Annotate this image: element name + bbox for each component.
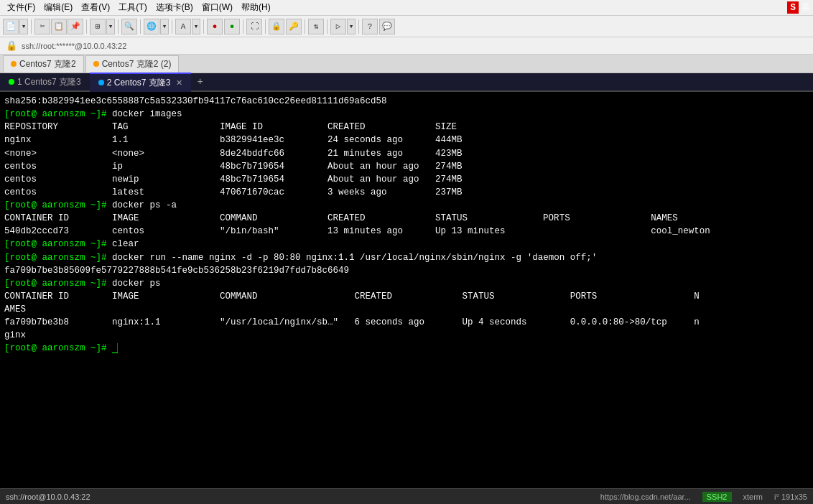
cmd1-line: [root@ aaronszm ~]# docker images xyxy=(4,108,809,121)
tab2-clone3-1[interactable]: 1 Centos7 克隆3 xyxy=(0,73,90,91)
toolbar-sep-2 xyxy=(86,19,87,34)
toolbar-sep-4 xyxy=(140,19,141,34)
cmd5-line: [root@ aaronszm ~]# docker ps xyxy=(4,277,809,290)
ps2-col2: AMES xyxy=(4,303,809,316)
lock-icon: 🔒 xyxy=(6,40,17,52)
cmd4-line: [root@ aaronszm ~]# docker run --name ng… xyxy=(4,251,809,264)
terminal[interactable]: sha256:b3829941ee3c6558887c5a532330fb941… xyxy=(0,92,813,488)
img-row-0: nginx 1.1 b3829941ee3c 24 seconds ago 44… xyxy=(4,134,809,146)
cmd2-line: [root@ aaronszm ~]# docker ps -a xyxy=(4,199,809,212)
toolbar-sep-3 xyxy=(118,19,119,34)
ps2-header: CONTAINER ID IMAGE COMMAND CREATED STATU… xyxy=(4,290,809,303)
menu-window[interactable]: 窗口(W) xyxy=(198,0,237,15)
toolbar-send-dropdown[interactable]: ▾ xyxy=(347,19,356,34)
toolbar-group-new: 📄 ▾ xyxy=(3,19,28,34)
toolbar-send-btn[interactable]: ▷ xyxy=(330,19,346,34)
tabs1: Centos7 克隆2 Centos7 克隆2 (2) xyxy=(0,55,813,73)
tab1-centos-clone2[interactable]: Centos7 克隆2 xyxy=(3,55,84,73)
toolbar-transfer-btn[interactable]: ⇅ xyxy=(308,19,324,34)
images-header: REPOSITORY TAG IMAGE ID CREATED SIZE xyxy=(4,121,809,134)
menubar: 文件(F) 编辑(E) 查看(V) 工具(T) 选项卡(B) 窗口(W) 帮助(… xyxy=(0,0,813,16)
toolbar-search-btn[interactable]: 🔍 xyxy=(121,19,137,34)
status-url: https://blog.csdn.net/aar... xyxy=(600,493,691,501)
tab2-dot-2 xyxy=(98,80,104,85)
status-size: i° 191x35 xyxy=(774,493,807,501)
toolbar-group-conn: 🌐 ▾ xyxy=(144,19,169,34)
cmd3-line: [root@ aaronszm ~]# clear xyxy=(4,238,809,251)
tab1-dot-1 xyxy=(11,61,17,67)
toolbar-sep-9 xyxy=(305,19,305,34)
tab2-dot-1 xyxy=(9,79,14,85)
toolbar-group-font: A ▾ xyxy=(175,19,200,34)
tab1-label-2: Centos7 克隆2 (2) xyxy=(102,58,172,70)
logo-text: 英 xyxy=(802,1,810,14)
toolbar-font-btn[interactable]: A xyxy=(175,19,191,34)
toolbar-help-btn[interactable]: ? xyxy=(362,19,378,34)
menu-help[interactable]: 帮助(H) xyxy=(237,0,275,15)
prompt-line: [root@ aaronszm ~]# █ xyxy=(4,342,809,355)
toolbar-copy-btn[interactable]: 📋 xyxy=(51,19,67,34)
tab1-dot-2 xyxy=(93,61,99,67)
toolbar-sep-6 xyxy=(203,19,204,34)
img-row-1: <none> <none> 8de24bddfc66 21 minutes ag… xyxy=(4,147,809,160)
tab-add-btn[interactable]: + xyxy=(191,73,208,90)
status-xterm: xterm xyxy=(743,493,763,501)
ps-header: CONTAINER ID IMAGE COMMAND CREATED STATU… xyxy=(4,212,809,225)
toolbar-chat-btn[interactable]: 💬 xyxy=(379,19,395,34)
status-right: https://blog.csdn.net/aar... SSH2 xterm … xyxy=(600,492,807,502)
addressbar: 🔒 ssh://root:******@10.0.0.43:22 xyxy=(0,37,813,55)
toolbar-sep-8 xyxy=(265,19,266,34)
toolbar-sep-10 xyxy=(327,19,327,34)
toolbar-red-btn[interactable]: ● xyxy=(207,19,223,34)
toolbar-group-nav: ⊞ ▾ xyxy=(90,19,115,34)
ps2-row-0: fa709b7be3b8 nginx:1.1 "/usr/local/nginx… xyxy=(4,316,809,329)
menu-edit[interactable]: 编辑(E) xyxy=(40,0,77,15)
tab2-label-2: 2 Centos7 克隆3 xyxy=(107,77,171,89)
menu-file[interactable]: 文件(F) xyxy=(3,0,40,15)
menu-tabs[interactable]: 选项卡(B) xyxy=(152,0,198,15)
toolbar-sep-7 xyxy=(243,19,243,34)
toolbar-fullscreen-btn[interactable]: ⛶ xyxy=(246,19,262,34)
img-row-3: centos newip 48bc7b719654 About an hour … xyxy=(4,173,809,186)
toolbar-green-btn[interactable]: ● xyxy=(224,19,240,34)
toolbar-lock-btn[interactable]: 🔒 xyxy=(269,19,284,34)
tab2-clone3-2[interactable]: 2 Centos7 克隆3 ✕ xyxy=(90,73,192,92)
toolbar-cut-btn[interactable]: ✂ xyxy=(34,19,50,34)
menu-view[interactable]: 查看(V) xyxy=(77,0,114,15)
img-row-2: centos ip 48bc7b719654 About an hour ago… xyxy=(4,160,809,173)
toolbar-new-btn[interactable]: 📄 xyxy=(3,19,19,34)
tabs2: 1 Centos7 克隆3 2 Centos7 克隆3 ✕ + xyxy=(0,73,813,92)
toolbar-globe-dropdown[interactable]: ▾ xyxy=(160,19,169,34)
toolbar-sep-11 xyxy=(358,19,359,34)
logo: S 英 xyxy=(787,1,810,14)
ps2-row-1: ginx xyxy=(4,329,809,342)
toolbar-font-dropdown[interactable]: ▾ xyxy=(192,19,200,34)
status-ssh2: SSH2 xyxy=(702,492,732,502)
toolbar-dropdown2-btn[interactable]: ▾ xyxy=(106,19,115,34)
toolbar-sep-1 xyxy=(31,19,32,34)
toolbar-group-edit: ✂ 📋 📌 xyxy=(34,19,83,34)
toolbar-nav-btn[interactable]: ⊞ xyxy=(90,19,106,34)
address-text: ssh://root:******@10.0.0.43:22 xyxy=(22,42,807,50)
status-address: ssh://root@10.0.0.43:22 xyxy=(6,493,90,501)
tab1-label-1: Centos7 克隆2 xyxy=(19,58,76,70)
toolbar-lock2-btn[interactable]: 🔑 xyxy=(286,19,302,34)
container-id-line: fa709b7be3b85609fe5779227888b541fe9cb536… xyxy=(4,264,809,277)
ps-row-0: 540db2cccd73 centos "/bin/bash" 13 minut… xyxy=(4,225,809,238)
toolbar-group-send: ▷ ▾ xyxy=(330,19,356,34)
toolbar-globe-btn[interactable]: 🌐 xyxy=(144,19,159,34)
img-row-4: centos latest 470671670cac 3 weeks ago 2… xyxy=(4,186,809,199)
tab1-centos-clone2-2[interactable]: Centos7 克隆2 (2) xyxy=(85,55,180,73)
toolbar-sep-5 xyxy=(172,19,172,34)
logo-s: S xyxy=(787,1,799,14)
statusbar: ssh://root@10.0.0.43:22 https://blog.csd… xyxy=(0,488,813,504)
toolbar: 📄 ▾ ✂ 📋 📌 ⊞ ▾ 🔍 🌐 ▾ A ▾ ● ● ⛶ 🔒 🔑 ⇅ ▷ ▾ … xyxy=(0,16,813,37)
menu-tools[interactable]: 工具(T) xyxy=(114,0,151,15)
tab2-close-btn[interactable]: ✕ xyxy=(176,78,182,88)
tab2-label-1: 1 Centos7 克隆3 xyxy=(17,76,81,88)
toolbar-paste-btn[interactable]: 📌 xyxy=(68,19,83,34)
hash-line: sha256:b3829941ee3c6558887c5a532330fb941… xyxy=(4,95,809,108)
toolbar-dropdown-btn[interactable]: ▾ xyxy=(19,19,28,34)
